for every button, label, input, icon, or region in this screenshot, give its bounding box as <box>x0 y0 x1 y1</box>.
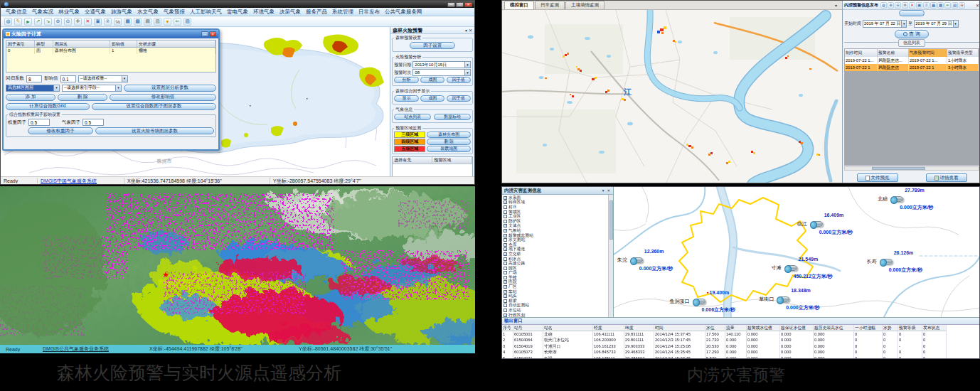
back-icon[interactable]: ⇐ <box>174 18 181 26</box>
remote-sensing-image[interactable]: ★ <box>0 186 475 345</box>
layer-item[interactable]: 广场 <box>504 271 613 276</box>
menu-item[interactable]: 公共气象服务网 <box>385 9 422 16</box>
weight-input[interactable]: 0.5 <box>28 119 50 126</box>
column-header[interactable]: 流量 <box>725 325 747 331</box>
column-header[interactable]: 预警名称 <box>878 49 909 57</box>
measure-icon[interactable]: ✎ <box>14 18 22 26</box>
station-data-row[interactable]: 361504019寸滩河口106.16123329.9033332014/12/… <box>502 343 980 349</box>
menu-item[interactable]: 气象预报 <box>164 9 185 16</box>
layer-item[interactable]: 高速公路 <box>504 261 613 266</box>
weight-select[interactable]: --请选择权重--▼ <box>78 75 128 82</box>
split-window-icon[interactable]: ▣ <box>94 18 102 26</box>
layer-item[interactable]: 医院 <box>504 280 613 285</box>
modify-impact-button[interactable]: 修改影响值 <box>110 94 216 101</box>
close-button[interactable]: ✕ <box>464 2 472 7</box>
factor-setup-button[interactable]: 因子设置 <box>410 42 455 49</box>
menu-item[interactable]: 气象实况 <box>32 9 53 16</box>
layer-item[interactable]: 厂区 <box>504 284 613 289</box>
regression-input[interactable]: 8 <box>26 75 42 82</box>
column-header[interactable]: 因子索引 <box>6 41 35 48</box>
menu-item[interactable]: 环境气象 <box>253 9 275 16</box>
layer-item[interactable]: 码头 <box>504 294 613 299</box>
column-header[interactable]: 图层名 <box>53 41 110 48</box>
layer-checkbox[interactable] <box>504 215 507 218</box>
chevron-down-icon[interactable]: ▾ <box>602 188 605 193</box>
pan-hand-icon[interactable]: ✚ <box>74 18 82 26</box>
index-field-select[interactable]: --请选择索引字段--▼ <box>62 85 122 92</box>
menu-item[interactable]: 交通气象 <box>85 9 106 16</box>
analysis-button[interactable]: 分析 <box>394 77 418 83</box>
layer-checkbox[interactable] <box>504 243 507 247</box>
close-icon[interactable]: ✕ <box>469 28 472 33</box>
warning-time-select[interactable]: 08▼ <box>412 69 471 76</box>
column-header[interactable]: 超历史最高水位 <box>814 325 854 331</box>
warning-level-item[interactable]: 三级区域 <box>394 132 425 138</box>
globe-icon[interactable]: ◍ <box>880 2 887 9</box>
export-icon[interactable]: ▥ <box>154 18 161 26</box>
tab[interactable]: 日常监测 <box>535 1 565 9</box>
column-header[interactable]: 序号 <box>502 325 513 331</box>
maximize-button[interactable]: □ <box>456 2 464 7</box>
print-icon[interactable]: ▤ <box>144 18 151 26</box>
region-action-button[interactable]: 删 除 <box>427 139 471 145</box>
column-header[interactable]: 站号 <box>513 325 543 331</box>
dialog-minimize-button[interactable]: — <box>201 31 208 37</box>
layer-checkbox[interactable] <box>504 285 507 289</box>
region-action-button[interactable]: 装载地图 <box>427 146 471 152</box>
column-header[interactable]: 制作人 <box>979 49 979 57</box>
column-header[interactable]: 制作时间 <box>845 49 878 57</box>
globe-icon[interactable]: ◍ <box>4 18 12 26</box>
image-icon[interactable]: ▨ <box>183 18 191 26</box>
delete-button[interactable]: 删 除 <box>58 94 107 101</box>
minimize-red-icon[interactable]: ⊖ <box>959 2 965 9</box>
map-view-icon[interactable]: ▦ <box>930 2 937 9</box>
menu-item[interactable]: 服务产品 <box>306 9 327 16</box>
column-header[interactable]: 气象预警时间 <box>909 49 947 57</box>
layer-item[interactable]: 学校 <box>504 275 613 280</box>
chevron-down-icon[interactable]: ▾ <box>835 3 837 8</box>
menu-item[interactable]: 气象信息 <box>6 9 27 16</box>
warning-level-item[interactable]: 五级区域 <box>394 146 425 152</box>
column-header[interactable]: 预警雨量类型 <box>947 49 979 57</box>
station-data-row[interactable]: 160105001北碚106.41111129.8311112014/12/4 … <box>502 331 980 337</box>
pin-icon[interactable]: ▾ <box>465 28 467 33</box>
pin-icon[interactable]: ▼ <box>164 18 171 26</box>
layer-checkbox[interactable] <box>504 220 507 223</box>
layer-item[interactable]: 水文测站 <box>504 237 613 242</box>
menu-item[interactable]: 系统管理 <box>332 9 353 16</box>
layer-checkbox[interactable] <box>504 224 507 227</box>
layer-checkbox[interactable] <box>504 294 507 298</box>
query-button[interactable]: 查 询 <box>895 30 929 38</box>
layer-checkbox[interactable] <box>504 238 507 242</box>
fire-map-canvas[interactable]: 平江县长沙市株洲市 火险因子计算 — ✕ 因子索引类型图层名影响值分析步骤 <box>1 27 390 176</box>
meteo-input[interactable]: 0.5 <box>82 119 104 126</box>
table-row[interactable]: 0面森林分布图1栅格 <box>6 48 215 54</box>
zoom-in-icon[interactable]: ⊕ <box>54 18 62 26</box>
impact-input[interactable]: 0.1 <box>60 75 76 82</box>
menu-item[interactable]: 林业气象 <box>58 9 80 16</box>
file-preview-button[interactable]: 文件预览 <box>857 173 898 182</box>
station-data-row[interactable]: 261504064朝天门水位站106.20000029.8011112014/1… <box>502 337 980 343</box>
pan-se-icon[interactable]: ↘ <box>44 18 52 26</box>
column-header[interactable]: 水势 <box>883 325 898 331</box>
layer-checkbox[interactable] <box>504 205 507 209</box>
display-button[interactable]: 成图 <box>420 95 444 102</box>
close-icon[interactable]: ✕ <box>976 3 979 8</box>
layer-checkbox[interactable] <box>504 257 507 261</box>
split-window-icon[interactable]: ▣ <box>916 2 922 9</box>
station-data-row[interactable]: 561504071鱼洞106.17511129.3866672014/12/4 … <box>502 355 980 359</box>
warning-record-row[interactable]: 2019-07-22 1...风险隐患信...2019-07-22 1...1小… <box>845 57 979 64</box>
layer-checkbox[interactable] <box>504 234 507 237</box>
dialog-close-button[interactable]: ✕ <box>209 31 216 37</box>
menu-item[interactable]: 日常发布 <box>358 9 380 16</box>
menu-item[interactable]: 人工影响天气 <box>190 9 222 16</box>
column-header[interactable]: 水位 <box>705 325 725 331</box>
dual-view-icon[interactable]: ② <box>104 18 112 26</box>
column-header[interactable]: 一小时涨幅 <box>854 325 883 331</box>
zoom-out-icon[interactable]: ⊖ <box>64 18 72 26</box>
menu-item[interactable]: 决策气象 <box>279 9 301 16</box>
fly-to-icon[interactable]: ► <box>24 18 32 26</box>
tab[interactable]: 模拟窗口 <box>504 1 534 9</box>
column-header[interactable]: 分析步骤 <box>137 41 215 48</box>
layer-checkbox[interactable] <box>504 276 507 279</box>
